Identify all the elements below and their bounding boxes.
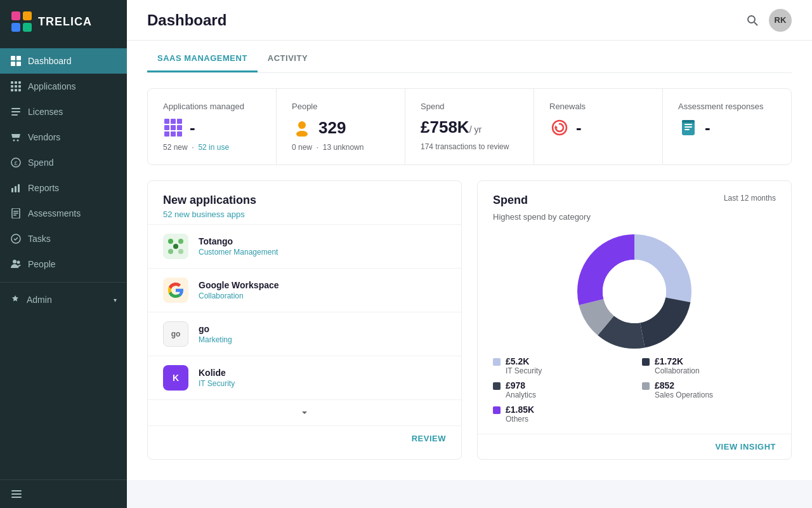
svg-line-38: [754, 22, 757, 25]
app-logo-go: go: [163, 321, 188, 347]
sidebar-item-tasks[interactable]: Tasks: [0, 226, 127, 251]
svg-rect-1: [23, 11, 32, 20]
svg-rect-13: [18, 85, 21, 88]
app-name-go: go: [199, 324, 446, 334]
svg-rect-0: [11, 11, 20, 20]
svg-text:£: £: [14, 160, 17, 166]
people-icon: [10, 258, 22, 270]
legend-amount-collaboration: £1.72K: [655, 356, 700, 366]
stat-assessment-value: -: [705, 118, 710, 138]
legend-item-it-security: £5.2K IT Security: [493, 356, 627, 375]
admin-chevron-icon: ▾: [114, 297, 117, 304]
app-info-google: Google Workspace Collaboration: [199, 280, 446, 300]
list-item[interactable]: go go Marketing: [148, 312, 461, 356]
tab-activity[interactable]: ACTIVITY: [258, 46, 318, 72]
sidebar-item-dashboard[interactable]: Dashboard: [0, 48, 127, 74]
stat-spend-sub: 174 transactions to review: [421, 142, 518, 151]
svg-rect-9: [15, 81, 17, 84]
list-item[interactable]: K Kolide IT Security: [148, 356, 461, 399]
view-insight-button[interactable]: VIEW INSIGHT: [715, 442, 776, 451]
stat-assessment-icon: [678, 117, 698, 138]
expand-list-button[interactable]: [148, 399, 461, 425]
stat-applications-sub: 52 new · 52 in use: [163, 143, 261, 152]
list-item[interactable]: Totango Customer Management: [148, 224, 461, 268]
donut-chart: [577, 234, 691, 349]
svg-rect-7: [16, 62, 21, 66]
svg-rect-16: [18, 89, 21, 91]
svg-point-33: [17, 261, 20, 264]
sidebar-item-licenses[interactable]: Licenses: [0, 99, 127, 124]
svg-rect-17: [11, 108, 20, 109]
app-category-kolide: IT Security: [199, 379, 446, 388]
svg-rect-2: [11, 23, 20, 32]
sidebar-nav: Dashboard Applications: [0, 43, 127, 479]
svg-rect-15: [15, 89, 17, 91]
stat-spend-value: £758K/ yr: [421, 117, 481, 137]
new-applications-header: New applications 52 new business apps: [148, 181, 461, 224]
svg-rect-11: [11, 85, 13, 88]
svg-rect-5: [16, 56, 21, 60]
new-applications-subtitle[interactable]: 52 new business apps: [163, 210, 256, 219]
svg-rect-46: [684, 129, 690, 130]
svg-rect-10: [18, 81, 21, 84]
svg-point-20: [13, 140, 15, 142]
svg-rect-8: [11, 81, 13, 84]
user-avatar[interactable]: RK: [769, 9, 792, 32]
sidebar-item-vendors-label: Vendors: [28, 132, 60, 142]
app-info-kolide: Kolide IT Security: [199, 368, 446, 388]
stat-renewals-value: -: [576, 118, 582, 138]
panels-row: New applications 52 new business apps: [147, 180, 792, 460]
spend-panel-meta: Last 12 months: [724, 194, 776, 203]
svg-point-60: [603, 260, 666, 323]
legend-item-sales-operations: £852 Sales Operations: [642, 380, 776, 399]
legend-item-analytics: £978 Analytics: [493, 380, 627, 399]
legend-dot-sales-operations: [642, 382, 650, 390]
app-name-kolide: Kolide: [199, 368, 446, 378]
assessments-icon: [10, 208, 22, 219]
sidebar-item-assessments[interactable]: Assessments: [0, 201, 127, 226]
legend-amount-it-security: £5.2K: [506, 356, 542, 366]
legend-label-sales-operations: Sales Operations: [655, 391, 713, 399]
app-logo-google: [163, 277, 188, 303]
app-info-go: go Marketing: [199, 324, 446, 344]
review-button[interactable]: REVIEW: [412, 434, 446, 443]
svg-rect-35: [11, 493, 22, 495]
sidebar-item-tasks-label: Tasks: [28, 234, 51, 244]
sidebar-item-reports-label: Reports: [28, 183, 59, 193]
spend-panel-title: Spend: [493, 194, 528, 207]
new-applications-footer: REVIEW: [148, 425, 461, 451]
sidebar-collapse-icon[interactable]: [10, 488, 117, 500]
sidebar-bottom: [0, 479, 127, 508]
header-actions: RK: [746, 9, 792, 32]
sidebar-item-vendors[interactable]: Vendors: [0, 124, 127, 150]
app-category-totango: Customer Management: [199, 248, 446, 257]
spend-subtitle: Highest spend by category: [478, 212, 791, 222]
stat-people-value: 329: [318, 118, 346, 138]
list-item[interactable]: Google Workspace Collaboration: [148, 268, 461, 312]
sidebar-item-spend[interactable]: £ Spend: [0, 150, 127, 175]
legend-item-others: £1.85K Others: [493, 404, 627, 424]
legend-amount-sales-operations: £852: [655, 380, 713, 391]
svg-marker-42: [554, 125, 558, 128]
legend-amount-analytics: £978: [506, 380, 536, 391]
spend-panel-footer: VIEW INSIGHT: [478, 434, 791, 459]
svg-rect-12: [15, 85, 17, 88]
tab-saas-management[interactable]: SAAS MANAGEMENT: [147, 46, 258, 72]
svg-point-21: [17, 140, 19, 142]
sidebar-item-assessments-label: Assessments: [28, 208, 81, 218]
svg-rect-29: [13, 213, 18, 214]
svg-rect-4: [11, 56, 15, 60]
svg-point-52: [173, 244, 178, 249]
search-button[interactable]: [746, 14, 759, 27]
app-category-google: Collaboration: [199, 291, 446, 300]
app-logo-totango: [163, 234, 188, 259]
sidebar-item-admin[interactable]: Admin ▾: [0, 288, 127, 312]
logo[interactable]: TRELICA: [0, 0, 127, 43]
legend-dot-it-security: [493, 358, 501, 366]
sidebar-item-people[interactable]: People: [0, 251, 127, 277]
stat-assessment-label: Assessment responses: [678, 102, 776, 111]
header: Dashboard RK: [127, 0, 812, 41]
sidebar-item-reports[interactable]: Reports: [0, 175, 127, 201]
sidebar-item-applications[interactable]: Applications: [0, 74, 127, 99]
sidebar-item-spend-label: Spend: [28, 157, 53, 168]
